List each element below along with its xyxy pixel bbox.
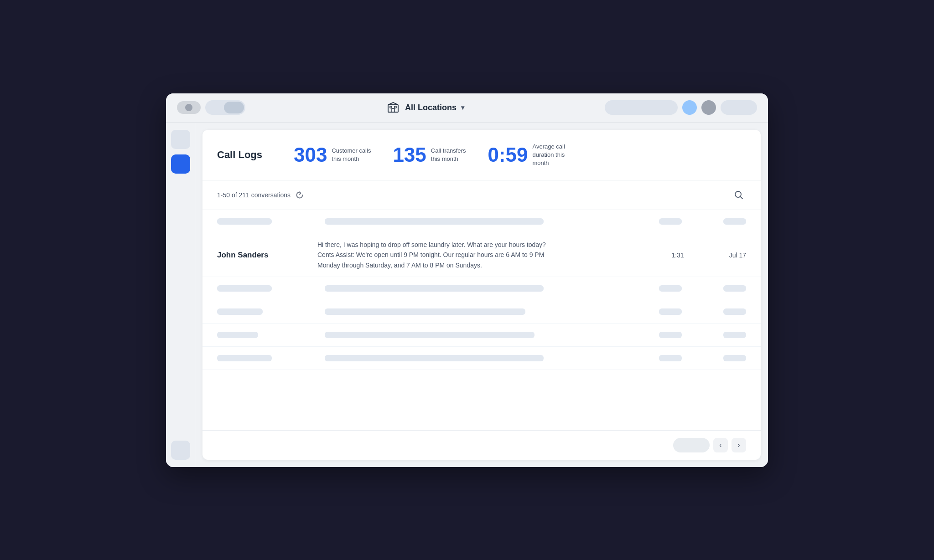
top-search-bar[interactable] [605,100,678,115]
sidebar-icon-1[interactable] [171,130,190,149]
skeleton-date [723,285,746,292]
skeleton-name [217,355,272,361]
stats-group: 303 Customer callsthis month 135 Call tr… [294,143,573,168]
traffic-light-dot [185,104,192,111]
traffic-light-left [177,101,201,114]
table-row [202,277,761,300]
stat-call-transfers-number: 135 [393,145,426,165]
location-chevron-icon: ▾ [461,104,464,111]
stat-call-transfers-label: Call transfersthis month [431,147,466,163]
skeleton-duration [659,218,682,225]
row-content: Hi there, I was hoping to drop off some … [317,240,655,270]
svg-rect-3 [392,108,394,112]
row-name: John Sanders [217,251,317,260]
stat-avg-duration-number: 0:59 [488,145,528,165]
skeleton-name [217,308,263,315]
table-row [202,324,761,347]
sidebar-icon-active[interactable] [171,154,190,174]
table-row [202,300,761,324]
skeleton-content [325,218,544,225]
skeleton-duration [659,308,682,315]
skeleton-name [217,218,272,225]
table-row [202,347,761,370]
skeleton-date [723,355,746,361]
stats-header: Call Logs 303 Customer callsthis month 1… [202,130,761,181]
page-title: Call Logs [217,149,272,161]
main-layout: Call Logs 303 Customer callsthis month 1… [166,123,768,467]
nav-toggle[interactable] [205,100,245,115]
content-area: Call Logs 303 Customer callsthis month 1… [202,130,761,460]
title-bar-left [177,100,245,115]
avatar-gray [701,100,716,115]
stat-avg-duration-label: Average callduration this month [532,143,573,168]
stat-customer-calls: 303 Customer callsthis month [294,143,371,168]
stat-call-transfers: 135 Call transfersthis month [393,143,466,168]
svg-rect-1 [390,106,392,108]
conversations-section: 1-50 of 211 conversations [202,180,761,459]
avatar-blue [682,100,697,115]
table-row [202,210,761,233]
table-footer: ‹ › [202,430,761,460]
title-bar-right [605,100,757,115]
skeleton-duration [659,355,682,361]
skeleton-name [217,285,272,292]
skeleton-duration [659,285,682,292]
conversations-count-text: 1-50 of 211 conversations [217,191,291,199]
skeleton-content [325,285,544,292]
table-row[interactable]: John Sanders Hi there, I was hoping to d… [202,233,761,277]
pagination-next-button[interactable]: › [732,438,746,452]
nav-toggle-thumb [224,102,244,113]
stat-avg-duration: 0:59 Average callduration this month [488,143,573,168]
conversations-toolbar: 1-50 of 211 conversations [202,180,761,210]
skeleton-date [723,218,746,225]
skeleton-date [723,308,746,315]
conversations-count: 1-50 of 211 conversations [217,190,304,200]
sidebar-icon-bottom[interactable] [171,441,190,460]
skeleton-name [217,332,258,338]
skeleton-content [325,355,544,361]
search-icon[interactable] [732,188,746,202]
sidebar-bottom [171,441,190,460]
stat-customer-calls-number: 303 [294,145,327,165]
skeleton-date [723,332,746,338]
sidebar [166,123,195,467]
title-bar-center[interactable]: All Locations ▾ [386,100,464,115]
skeleton-content [325,332,534,338]
right-pill[interactable] [721,100,757,115]
location-building-icon [386,100,400,115]
stat-customer-calls-label: Customer callsthis month [332,147,371,163]
browser-window: All Locations ▾ Call Logs [166,93,768,467]
skeleton-content [325,308,525,315]
all-locations-label: All Locations [405,103,457,113]
svg-rect-2 [394,106,396,108]
row-date: Jul 17 [700,252,746,259]
row-duration: 1:31 [655,252,700,259]
title-bar: All Locations ▾ [166,93,768,123]
pagination-prev-button[interactable]: ‹ [713,438,728,452]
refresh-icon[interactable] [295,190,304,200]
pagination-pill [673,438,710,452]
skeleton-duration [659,332,682,338]
table-area: John Sanders Hi there, I was hoping to d… [202,210,761,430]
